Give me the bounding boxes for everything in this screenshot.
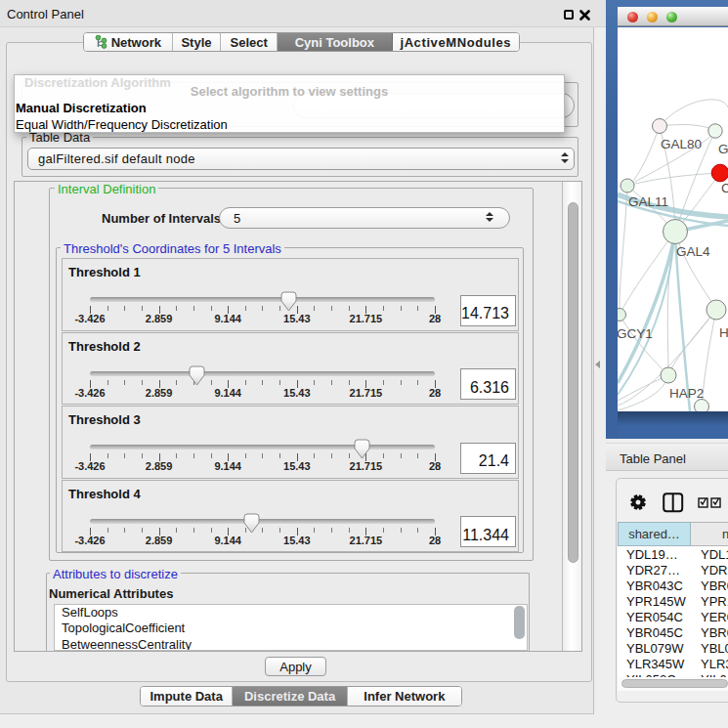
svg-text:C: C: [721, 181, 728, 195]
svg-text:GAL4: GAL4: [676, 244, 710, 259]
svg-text:HAP2: HAP2: [669, 386, 704, 401]
svg-text:GAL80: GAL80: [661, 137, 702, 151]
svg-text:G: G: [718, 142, 728, 156]
svg-text:GAL11: GAL11: [628, 194, 668, 209]
svg-text:H: H: [719, 325, 728, 340]
svg-text:GCY1: GCY1: [618, 326, 653, 341]
